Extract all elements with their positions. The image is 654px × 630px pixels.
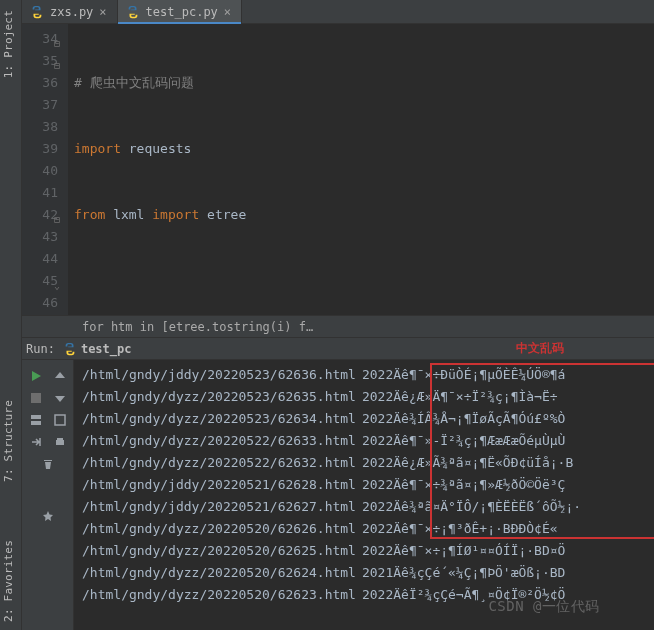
tab-zxs[interactable]: zxs.py × — [22, 0, 118, 23]
code-area[interactable]: # 爬虫中文乱码问题 import requests from lxml imp… — [68, 24, 528, 315]
output-path: /html/gndy/dyzz/20220520/62625.html — [82, 540, 356, 562]
soft-wrap-icon[interactable] — [50, 410, 70, 430]
output-path: /html/gndy/jddy/20220523/62636.html — [82, 364, 356, 386]
output-garbled: 2022Äê¿Æ»Ä¶¯×÷Ï²¾ç¡¶Ìà¬Ë÷ — [356, 386, 558, 408]
print-icon[interactable] — [50, 432, 70, 452]
close-icon[interactable]: × — [224, 6, 231, 18]
svg-rect-5 — [56, 440, 64, 445]
line-number: 42⊟ — [28, 204, 58, 226]
line-number: 43 — [28, 226, 58, 248]
output-garbled: 2022Äê¶¯×÷ÐüÒÉ¡¶µÕÈÊ¼ÚÖ®¶á — [356, 364, 566, 386]
run-config[interactable]: test_pc — [63, 342, 132, 356]
run-tool-header: Run: test_pc 中文乱码 — [22, 338, 654, 360]
svg-rect-3 — [31, 421, 41, 425]
console-row: /html/gndy/jddy/20220521/62627.html2022Ä… — [82, 496, 654, 518]
output-path: /html/gndy/jddy/20220521/62627.html — [82, 496, 356, 518]
line-number: 40 — [28, 160, 58, 182]
favorite-icon[interactable] — [38, 506, 58, 526]
line-number: 35⊟ — [28, 50, 58, 72]
output-path: /html/gndy/dyzz/20220522/62632.html — [82, 452, 356, 474]
line-number: 37 — [28, 94, 58, 116]
stop-icon[interactable] — [26, 388, 46, 408]
line-number: 44 — [28, 248, 58, 270]
svg-rect-2 — [31, 415, 41, 419]
scroll-up-icon[interactable] — [50, 366, 70, 386]
garbled-annotation: 中文乱码 — [516, 340, 564, 357]
output-garbled: 2022Äê¶¯×÷¡¶ÍØ¹¤¤ÓÍÏ¡·BD¤Ö — [356, 540, 566, 562]
rerun-icon[interactable] — [26, 366, 46, 386]
tab-test-pc[interactable]: test_pc.py × — [118, 0, 242, 23]
svg-rect-1 — [31, 393, 41, 403]
line-number: 39 — [28, 138, 58, 160]
run-toolbar — [22, 360, 74, 630]
scroll-down-icon[interactable] — [50, 388, 70, 408]
console-row: /html/gndy/jddy/20220523/62636.html2022Ä… — [82, 364, 654, 386]
console-row: /html/gndy/dyzz/20220520/62625.html2022Ä… — [82, 540, 654, 562]
line-number: 46 — [28, 292, 58, 314]
console-row: /html/gndy/dyzz/20220522/62632.html2022Ä… — [82, 452, 654, 474]
output-garbled: 2022Äê¶¯×÷¡¶³ðÊ+¡·BÐÐÒ¢É« — [356, 518, 558, 540]
python-icon — [30, 5, 44, 19]
output-path: /html/gndy/dyzz/20220522/62633.html — [82, 430, 356, 452]
layout-icon[interactable] — [26, 410, 46, 430]
output-garbled: 2022Äê¾ÍÂ¾Å¬¡¶ÏøÃçÃ¶Óú£º%Ò — [356, 408, 566, 430]
python-icon — [63, 342, 77, 356]
line-gutter: 34⊟35⊟36373839404142⊟434445⌄46 — [22, 24, 68, 315]
output-path: /html/gndy/dyzz/20220520/62624.html — [82, 562, 356, 584]
output-path: /html/gndy/dyzz/20220520/62626.html — [82, 518, 356, 540]
tab-label: zxs.py — [50, 5, 93, 19]
console-row: /html/gndy/dyzz/20220522/62633.html2022Ä… — [82, 430, 654, 452]
line-number: 38 — [28, 116, 58, 138]
output-garbled: 2022Äê¶¯×÷¾ªã¤¡¶»Æ½ðÖ©Öë³Ç — [356, 474, 566, 496]
line-number: 36 — [28, 72, 58, 94]
comment-text: 爬虫中文乱码问题 — [90, 75, 194, 90]
line-number: 41 — [28, 182, 58, 204]
output-garbled: 2021Äê¾çÇé´«¼Ç¡¶ÞÖ'æÖß¡·BD — [356, 562, 566, 584]
console-row: /html/gndy/jddy/20220521/62628.html2022Ä… — [82, 474, 654, 496]
output-garbled: 2022Äê¶¯»-Ï²¾ç¡¶ÆæÆæÕéµÙµÙ — [356, 430, 566, 452]
output-garbled: 2022Äê¿Æ»Ã¾ªã¤¡¶Ë«ÕÐ¢üÍå¡·B — [356, 452, 573, 474]
python-icon — [126, 5, 140, 19]
line-number: 45⌄ — [28, 270, 58, 292]
svg-rect-6 — [57, 438, 63, 440]
trash-icon[interactable] — [38, 454, 58, 474]
svg-rect-4 — [55, 415, 65, 425]
side-tab-project[interactable]: 1: Project — [2, 10, 15, 78]
side-tab-favorites[interactable]: 2: Favorites — [2, 540, 15, 622]
console-row: /html/gndy/dyzz/20220520/62626.html2022Ä… — [82, 518, 654, 540]
console-output[interactable]: /html/gndy/jddy/20220523/62636.html2022Ä… — [74, 360, 654, 630]
side-tab-structure[interactable]: 7: Structure — [2, 400, 15, 482]
output-path: /html/gndy/dyzz/20220523/62635.html — [82, 386, 356, 408]
side-rail: 1: Project 7: Structure 2: Favorites — [0, 0, 22, 630]
watermark: CSDN @一位代码 — [488, 598, 600, 616]
svg-marker-0 — [32, 371, 41, 381]
tab-label: test_pc.py — [146, 5, 218, 19]
editor-tabs: zxs.py × test_pc.py × — [22, 0, 654, 24]
output-path: /html/gndy/dyzz/20220523/62634.html — [82, 408, 356, 430]
breadcrumb: for htm in [etree.tostring(i) f… — [22, 316, 654, 338]
output-path: /html/gndy/jddy/20220521/62628.html — [82, 474, 356, 496]
output-path: /html/gndy/dyzz/20220520/62623.html — [82, 584, 356, 606]
console-row: /html/gndy/dyzz/20220520/62624.html2021Ä… — [82, 562, 654, 584]
code-editor[interactable]: 34⊟35⊟36373839404142⊟434445⌄46 # 爬虫中文乱码问… — [22, 24, 654, 316]
close-icon[interactable]: × — [99, 6, 106, 18]
run-panel: /html/gndy/jddy/20220523/62636.html2022Ä… — [22, 360, 654, 630]
line-number: 34⊟ — [28, 28, 58, 50]
run-label: Run: — [26, 342, 55, 356]
output-garbled: 2022Äê¾ªã¤Ä°ÏÔ/¡¶ÈËÈËß´ôÕ½¡· — [356, 496, 581, 518]
console-row: /html/gndy/dyzz/20220523/62635.html2022Ä… — [82, 386, 654, 408]
exit-icon[interactable] — [26, 432, 46, 452]
console-row: /html/gndy/dyzz/20220523/62634.html2022Ä… — [82, 408, 654, 430]
